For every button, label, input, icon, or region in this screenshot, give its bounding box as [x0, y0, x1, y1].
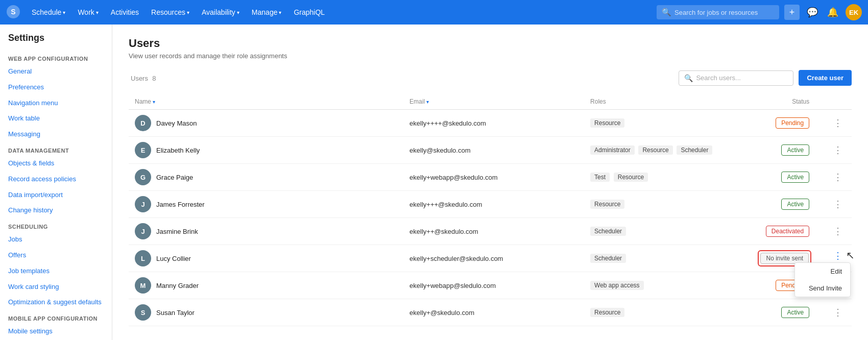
search-input[interactable] — [674, 9, 774, 16]
chevron-down-icon: ▾ — [187, 10, 189, 15]
nav-manage[interactable]: Manage ▾ — [247, 5, 287, 19]
col-header-status: Status — [729, 94, 815, 110]
avatar: J — [135, 196, 151, 212]
role-badge: Web app access — [590, 281, 644, 290]
top-navigation: S Schedule ▾ Work ▾ Activities Resources… — [0, 0, 868, 25]
sidebar-item-general[interactable]: General — [0, 64, 112, 80]
sidebar-item-objects-fields[interactable]: Objects & fields — [0, 156, 112, 172]
user-actions-cell: ⋮ — [815, 191, 852, 218]
user-name: Grace Paige — [156, 174, 193, 181]
global-search[interactable]: 🔍 — [657, 5, 779, 19]
role-badge: Resource — [614, 173, 648, 182]
avatar[interactable]: EK — [846, 4, 862, 20]
avatar: G — [135, 169, 151, 185]
sidebar-item-preferences[interactable]: Preferences — [0, 80, 112, 95]
more-actions-button[interactable]: ⋮ — [830, 144, 846, 156]
sidebar-item-messaging[interactable]: Messaging — [0, 127, 112, 142]
topnav-right: 🔍 + 💬 🔔 EK — [657, 4, 862, 20]
table-row: J James Forrester ekelly+++@skedulo.com … — [129, 191, 852, 218]
more-actions-button[interactable]: ⋮ — [830, 226, 846, 237]
user-name-cell: S Susan Taylor — [129, 299, 403, 326]
user-actions-cell: ⋮ — [815, 137, 852, 164]
search-icon: 🔍 — [662, 8, 671, 17]
user-email-cell: ekelly++@skedulo.com — [403, 218, 584, 245]
role-badge: Resource — [590, 118, 624, 128]
sidebar-item-work-table[interactable]: Work table — [0, 111, 112, 127]
chat-icon[interactable]: 💬 — [805, 5, 820, 20]
table-row: S Susan Taylor ekelly+@skedulo.com Resou… — [129, 299, 852, 326]
col-header-email[interactable]: Email ▾ — [403, 94, 584, 110]
sidebar-item-data-import[interactable]: Data import/export — [0, 187, 112, 203]
user-name: Lucy Collier — [156, 255, 191, 262]
nav-graphiql[interactable]: GraphiQL — [288, 5, 330, 19]
page-title: Users — [129, 37, 852, 50]
sidebar-item-job-templates[interactable]: Job templates — [0, 263, 112, 279]
user-search-input[interactable] — [696, 74, 788, 82]
sidebar-item-optimization[interactable]: Optimization & suggest defaults — [0, 295, 112, 310]
context-menu-send-invite[interactable]: Send Invite — [795, 280, 850, 297]
col-header-name[interactable]: Name ▾ — [129, 94, 403, 110]
user-search-bar[interactable]: 🔍 — [679, 70, 793, 86]
nav-work[interactable]: Work ▾ — [73, 5, 103, 19]
avatar: E — [135, 142, 151, 158]
role-badge: Test — [590, 173, 610, 182]
avatar: L — [135, 250, 151, 266]
col-header-roles: Roles — [584, 94, 729, 110]
more-actions-button[interactable]: ⋮ — [830, 172, 846, 183]
nav-activities[interactable]: Activities — [106, 5, 144, 19]
table-row: G Grace Paige ekelly+webapp@skedulo.com … — [129, 164, 852, 191]
more-actions-button[interactable]: ⋮ — [830, 250, 846, 261]
user-status-cell: Active — [729, 137, 815, 164]
user-actions-cell: ⋮ ↖ Edit Send Invite — [815, 245, 852, 272]
status-badge: Active — [781, 199, 809, 210]
nav-resources[interactable]: Resources ▾ — [146, 5, 195, 19]
app-logo[interactable]: S — [6, 5, 20, 20]
sidebar-item-record-access[interactable]: Record access policies — [0, 172, 112, 187]
table-row: D Davey Mason ekelly++++@skedulo.com Res… — [129, 110, 852, 137]
sidebar-section-scheduling: Scheduling — [0, 218, 112, 232]
user-status-cell: Deactivated — [729, 218, 815, 245]
users-header: Users 8 🔍 Create user — [129, 70, 852, 86]
sidebar-item-mobile-settings[interactable]: Mobile settings — [0, 324, 112, 339]
nav-schedule[interactable]: Schedule ▾ — [27, 5, 70, 19]
more-actions-button[interactable]: ⋮ — [830, 117, 846, 129]
status-badge: Pending — [776, 117, 809, 129]
user-email-cell: ekelly++++@skedulo.com — [403, 110, 584, 137]
user-email-cell: ekelly+webapp@sledulo.com — [403, 272, 584, 299]
more-actions-button[interactable]: ⋮ — [830, 307, 846, 318]
sort-icon: ▾ — [153, 99, 155, 105]
nav-availability[interactable]: Availability ▾ — [197, 5, 245, 19]
svg-text:S: S — [11, 8, 15, 16]
sidebar-item-work-card-styling[interactable]: Work card styling — [0, 279, 112, 295]
sidebar-item-change-history[interactable]: Change history — [0, 203, 112, 218]
user-actions-cell: ⋮ — [815, 218, 852, 245]
status-badge: Active — [781, 144, 809, 156]
cursor-icon: ↖ — [846, 249, 855, 261]
user-name-cell: G Grace Paige — [129, 164, 403, 191]
user-actions-cell: ⋮ — [815, 110, 852, 137]
user-email-cell: ekelly+webapp@skedulo.com — [403, 164, 584, 191]
sidebar-section-mobile: Mobile app configuration — [0, 310, 112, 324]
sidebar-section-web-app: Web app configuration — [0, 51, 112, 64]
chevron-down-icon: ▾ — [279, 10, 281, 15]
sidebar-item-navigation-menu[interactable]: Navigation menu — [0, 95, 112, 111]
user-name-cell: L Lucy Collier — [129, 245, 403, 272]
more-actions-button[interactable]: ⋮ — [830, 199, 846, 210]
role-badge: Resource — [590, 308, 624, 317]
user-actions-cell: ⋮ — [815, 299, 852, 326]
user-roles-cell: Resource — [584, 191, 729, 218]
users-table: Name ▾ Email ▾ Roles Status — [129, 94, 852, 326]
sidebar-item-offers[interactable]: Offers — [0, 248, 112, 263]
sidebar: Settings Web app configuration General P… — [0, 25, 112, 340]
search-icon: 🔍 — [684, 74, 693, 82]
add-button[interactable]: + — [784, 5, 800, 20]
user-actions-cell: ⋮ — [815, 164, 852, 191]
user-name: Jasmine Brink — [156, 228, 198, 235]
bell-icon[interactable]: 🔔 — [825, 5, 840, 20]
user-roles-cell: Web app access — [584, 272, 729, 299]
create-user-button[interactable]: Create user — [799, 70, 852, 86]
sidebar-item-jobs[interactable]: Jobs — [0, 232, 112, 248]
status-badge: Active — [781, 172, 809, 183]
role-badge: Resource — [638, 145, 672, 155]
context-menu-edit[interactable]: Edit — [795, 263, 850, 280]
